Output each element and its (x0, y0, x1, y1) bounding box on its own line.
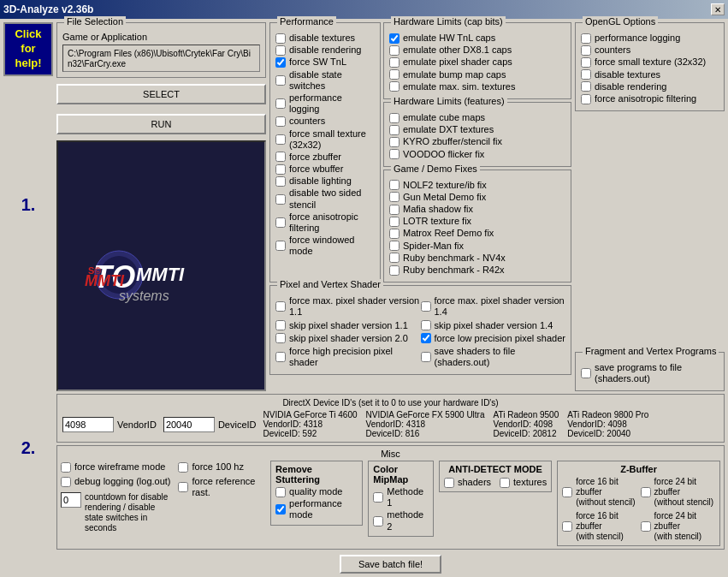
hw-feat-options-row-0: emulate cube maps (389, 112, 565, 123)
quality-mode-label: quality mode (289, 486, 342, 497)
performance-options-lbl-5: counters (289, 116, 325, 127)
pv-options-cb-0[interactable] (275, 301, 286, 312)
performance-options-cb-8[interactable] (275, 164, 286, 175)
card-info-3: ATi Radeon 9800 Pro VendorID: 4098 Devic… (567, 410, 648, 438)
device-id-input[interactable] (163, 417, 215, 432)
game-demo-options: NOLF2 texture/ib fixGun Metal Demo fixMa… (389, 180, 565, 277)
pv-options-lbl-1: force max. pixel shader version 1.4 (435, 295, 566, 318)
game-demo-options-cb-3[interactable] (389, 217, 400, 227)
quality-mode-checkbox[interactable] (275, 487, 286, 497)
svg-text:MMTI: MMTI (136, 264, 185, 285)
select-button[interactable]: SELECT (56, 84, 266, 104)
misc-ref-checkbox[interactable] (178, 482, 188, 492)
hw-cap-options-cb-1[interactable] (389, 45, 400, 56)
game-demo-options-cb-0[interactable] (389, 180, 400, 190)
zbuffer-16-stencil-checkbox[interactable] (562, 521, 572, 532)
performance-options-cb-7[interactable] (275, 152, 286, 162)
click-help-box[interactable]: Click for help! (3, 22, 53, 76)
performance-options-cb-6[interactable] (275, 134, 286, 145)
game-demo-options-lbl-5: Spider-Man fix (403, 241, 464, 252)
misc-wireframe-checkbox[interactable] (61, 462, 71, 473)
directx-ids-section: DirectX Device ID's (set it to 0 to use … (56, 394, 725, 443)
close-button[interactable]: ✕ (711, 3, 725, 15)
game-demo-options-lbl-2: Mafia shadow fix (403, 204, 473, 215)
hw-feat-options-cb-0[interactable] (389, 113, 400, 123)
performance-options-cb-9[interactable] (275, 176, 286, 187)
game-demo-options-cb-7[interactable] (389, 265, 400, 276)
pv-options-cb-7[interactable] (421, 352, 431, 362)
pv-options-cb-3[interactable] (421, 320, 431, 330)
hw-feat-options-row-2: KYRO zbuffer/stencil fix (389, 136, 565, 147)
fragment-options-cb-0[interactable] (581, 368, 591, 378)
game-demo-options-cb-4[interactable] (389, 229, 400, 239)
game-demo-options-row-1: Gun Metal Demo fix (389, 192, 565, 203)
performance-options-cb-1[interactable] (275, 45, 286, 56)
performance-options-cb-12[interactable] (275, 241, 286, 251)
vendor-id-label: VendorID (117, 419, 157, 430)
performance-options-row-10: disable two sided stencil (275, 187, 375, 210)
opengl-options-lbl-4: disable rendering (595, 81, 666, 92)
anti-detect-textures-checkbox[interactable] (500, 478, 510, 488)
hardware-limits-cap-group: Hardware Limits (cap bits) emulate HW Tn… (383, 22, 571, 99)
hw-feat-options-cb-1[interactable] (389, 125, 400, 135)
anti-detect-label: ANTI-DETECT MODE (444, 464, 547, 474)
opengl-options-cb-1[interactable] (581, 45, 591, 56)
performance-options-cb-2[interactable] (275, 57, 286, 68)
methode1-checkbox[interactable] (373, 492, 383, 503)
save-batch-button[interactable]: Save batch file! (340, 555, 441, 574)
opengl-options-cb-3[interactable] (581, 69, 591, 80)
run-button[interactable]: RUN (56, 114, 266, 134)
hw-cap-options-lbl-2: emulate pixel shader caps (403, 57, 512, 68)
performance-options-cb-3[interactable] (275, 75, 286, 86)
performance-options-row-7: force zbuffer (275, 152, 375, 163)
performance-options-cb-5[interactable] (275, 116, 286, 127)
performance-mode-checkbox[interactable] (275, 504, 286, 515)
opengl-options-cb-5[interactable] (581, 94, 591, 104)
misc-100hz-checkbox[interactable] (178, 462, 188, 473)
pv-options-row-2: skip pixel shader version 1.1 (275, 320, 421, 331)
game-demo-options-cb-6[interactable] (389, 253, 400, 263)
hw-feat-options-lbl-2: KYRO zbuffer/stencil fix (403, 136, 502, 147)
game-demo-options-cb-2[interactable] (389, 205, 400, 215)
pv-options-cb-1[interactable] (421, 301, 431, 312)
countdown-row: countdown for disable rendering / disabl… (61, 492, 173, 533)
zbuffer-box: Z-Buffer force 16 bit zbuffer(without st… (557, 461, 720, 546)
pv-options-cb-4[interactable] (275, 333, 286, 343)
pv-options-cb-5[interactable] (421, 333, 431, 343)
opengl-options-cb-4[interactable] (581, 81, 591, 92)
performance-options-row-0: disable textures (275, 33, 375, 44)
game-demo-options-cb-5[interactable] (389, 241, 400, 251)
countdown-input[interactable] (61, 492, 81, 508)
device-id-row: DeviceID (163, 417, 257, 432)
anti-detect-shaders-checkbox[interactable] (444, 478, 454, 488)
methode2-checkbox[interactable] (373, 516, 383, 526)
game-demo-options-cb-1[interactable] (389, 192, 400, 202)
hw-feat-options-cb-3[interactable] (389, 149, 400, 159)
hw-cap-options-cb-2[interactable] (389, 57, 400, 68)
pv-options-cb-2[interactable] (275, 320, 286, 330)
hw-cap-options-cb-0[interactable] (389, 33, 400, 44)
anti-detect-textures-label: textures (513, 477, 547, 488)
misc-wireframe-row: force wireframe mode (61, 461, 173, 473)
zbuffer-16-nostencil-checkbox[interactable] (562, 487, 572, 497)
misc-debug-checkbox[interactable] (61, 477, 71, 487)
performance-options-cb-0[interactable] (275, 33, 286, 44)
methode1-label: Methode 1 (387, 486, 429, 509)
zbuffer-24-nostencil-row: force 24 bit zbuffer(without stencil) (641, 477, 715, 508)
color-mipmap-label: Color MipMap (373, 464, 429, 485)
zbuffer-24-nostencil-checkbox[interactable] (641, 487, 651, 497)
misc-debug-row: debug logging (log.out) (61, 476, 173, 487)
zbuffer-24-stencil-checkbox[interactable] (641, 521, 651, 532)
pv-options-cb-6[interactable] (275, 352, 286, 362)
opengl-options-cb-2[interactable] (581, 57, 591, 68)
pv-options-row-7: save shaders to file (shaders.out) (421, 346, 566, 368)
hw-cap-options-cb-3[interactable] (389, 69, 400, 80)
vendor-id-input[interactable] (62, 417, 114, 432)
opengl-options-cb-0[interactable] (581, 33, 591, 44)
hw-feat-options-cb-2[interactable] (389, 137, 400, 147)
hw-cap-options-cb-4[interactable] (389, 81, 400, 92)
performance-options-cb-11[interactable] (275, 217, 286, 228)
performance-options-cb-4[interactable] (275, 98, 286, 109)
opengl-group: OpenGL Options performance loggingcounte… (575, 22, 725, 111)
performance-options-cb-10[interactable] (275, 194, 286, 205)
